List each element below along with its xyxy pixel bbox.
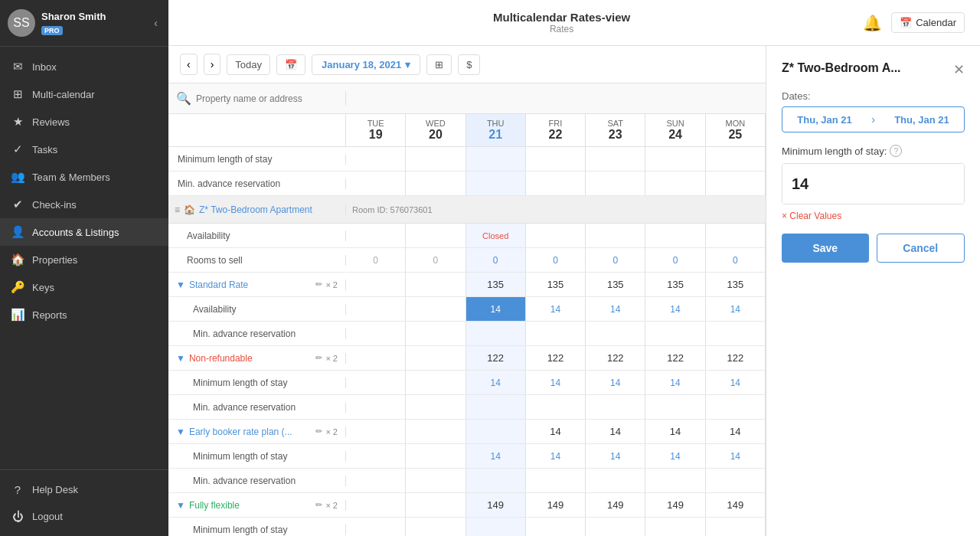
- rate-val[interactable]: 149: [526, 493, 586, 517]
- grid-cell[interactable]: [346, 322, 406, 345]
- prev-button[interactable]: ‹: [180, 54, 198, 75]
- next-button[interactable]: ›: [204, 54, 221, 75]
- grid-cell[interactable]: [406, 469, 466, 492]
- rate-val[interactable]: [406, 420, 466, 443]
- grid-cell[interactable]: [586, 172, 645, 195]
- grid-cell[interactable]: 0: [645, 248, 705, 272]
- grid-cell[interactable]: 14: [466, 444, 526, 468]
- grid-cell[interactable]: [526, 395, 586, 419]
- grid-cell[interactable]: [406, 297, 466, 321]
- dollar-button[interactable]: $: [458, 54, 480, 75]
- grid-cell[interactable]: [346, 172, 406, 195]
- rate-val[interactable]: 135: [706, 273, 766, 296]
- grid-cell[interactable]: 14: [645, 371, 705, 394]
- rate-val[interactable]: 122: [466, 346, 526, 370]
- grid-cell[interactable]: 14: [645, 444, 705, 468]
- grid-cell[interactable]: [645, 518, 705, 536]
- grid-cell[interactable]: 0: [346, 248, 406, 272]
- non-refundable-label[interactable]: Non-refundable: [189, 353, 253, 364]
- rate-val[interactable]: 149: [466, 493, 526, 517]
- grid-cell[interactable]: [706, 224, 766, 247]
- grid-cell[interactable]: [466, 469, 526, 492]
- rate-val[interactable]: [346, 346, 406, 370]
- edit-icon[interactable]: ✏: [315, 427, 322, 436]
- grid-cell[interactable]: 14: [645, 297, 705, 321]
- grid-cell[interactable]: [466, 518, 526, 536]
- sidebar-item-help-desk[interactable]: ? Help Desk: [0, 476, 168, 503]
- rate-val[interactable]: [406, 346, 466, 370]
- rate-val[interactable]: 122: [586, 346, 645, 370]
- grid-cell[interactable]: [645, 172, 705, 195]
- grid-cell[interactable]: [346, 469, 406, 492]
- rate-val[interactable]: [406, 273, 466, 296]
- grid-cell-selected[interactable]: 14: [466, 297, 526, 321]
- search-input[interactable]: [196, 93, 338, 104]
- sidebar-item-reviews[interactable]: ★ Reviews: [0, 108, 168, 136]
- grid-cell[interactable]: [526, 172, 586, 195]
- grid-cell[interactable]: [645, 322, 705, 345]
- grid-cell[interactable]: [526, 147, 586, 171]
- help-icon[interactable]: ?: [890, 145, 902, 157]
- rate-val[interactable]: 135: [466, 273, 526, 296]
- sidebar-item-accounts-listings[interactable]: 👤 Accounts & Listings: [0, 218, 168, 246]
- collapse-icon[interactable]: ▼: [176, 279, 185, 290]
- save-button[interactable]: Save: [782, 234, 869, 263]
- grid-cell[interactable]: 14: [586, 444, 645, 468]
- grid-cell[interactable]: [406, 371, 466, 394]
- date-from[interactable]: Thu, Jan 21: [782, 108, 867, 132]
- collapse-icon[interactable]: ▼: [176, 427, 185, 437]
- rate-val[interactable]: 135: [645, 273, 705, 296]
- grid-cell[interactable]: 14: [586, 297, 645, 321]
- grid-cell[interactable]: [586, 322, 645, 345]
- grid-cell[interactable]: [466, 395, 526, 419]
- grid-cell[interactable]: [346, 444, 406, 468]
- sidebar-item-properties[interactable]: 🏠 Properties: [0, 246, 168, 273]
- grid-cell[interactable]: [466, 147, 526, 171]
- grid-cell[interactable]: [645, 469, 705, 492]
- rate-val[interactable]: [346, 420, 406, 443]
- sidebar-item-multicalendar[interactable]: ⊞ Multi-calendar: [0, 80, 168, 108]
- grid-cell[interactable]: [586, 395, 645, 419]
- grid-cell[interactable]: 14: [526, 444, 586, 468]
- calendar-icon-button[interactable]: 📅: [276, 54, 305, 75]
- grid-cell[interactable]: 0: [406, 248, 466, 272]
- grid-cell[interactable]: [346, 297, 406, 321]
- grid-cell[interactable]: [706, 469, 766, 492]
- rate-val[interactable]: 14: [706, 420, 766, 443]
- grid-cell[interactable]: 0: [586, 248, 645, 272]
- cancel-button[interactable]: Cancel: [877, 234, 965, 263]
- nights-input[interactable]: [782, 164, 965, 204]
- grid-cell[interactable]: [406, 322, 466, 345]
- grid-icon-button[interactable]: ⊞: [426, 54, 452, 75]
- grid-cell[interactable]: [645, 147, 705, 171]
- sidebar-item-reports[interactable]: 📊 Reports: [0, 301, 168, 328]
- grid-cell[interactable]: 14: [706, 297, 766, 321]
- rate-val[interactable]: 14: [645, 420, 705, 443]
- grid-cell[interactable]: 14: [586, 371, 645, 394]
- sidebar-item-inbox[interactable]: ✉ Inbox: [0, 53, 168, 80]
- grid-cell[interactable]: 14: [706, 444, 766, 468]
- rate-val[interactable]: [466, 420, 526, 443]
- collapse-icon[interactable]: ▼: [176, 500, 185, 511]
- rate-val[interactable]: 122: [645, 346, 705, 370]
- rate-val[interactable]: 135: [586, 273, 645, 296]
- grid-cell[interactable]: [586, 147, 645, 171]
- grid-cell[interactable]: [706, 518, 766, 536]
- early-booker-label[interactable]: Early booker rate plan (...: [189, 427, 292, 437]
- grid-cell[interactable]: [586, 469, 645, 492]
- rate-val[interactable]: 122: [706, 346, 766, 370]
- grid-cell[interactable]: 14: [466, 371, 526, 394]
- grid-cell[interactable]: 0: [706, 248, 766, 272]
- grid-cell-closed[interactable]: Closed: [466, 224, 526, 247]
- grid-cell[interactable]: [706, 147, 766, 171]
- grid-cell[interactable]: [645, 395, 705, 419]
- rate-val[interactable]: [346, 273, 406, 296]
- grid-cell[interactable]: [406, 518, 466, 536]
- grid-cell[interactable]: [406, 172, 466, 195]
- grid-cell[interactable]: [586, 518, 645, 536]
- close-button[interactable]: ✕: [953, 61, 965, 78]
- grid-cell[interactable]: [406, 147, 466, 171]
- grid-cell[interactable]: [706, 172, 766, 195]
- grid-cell[interactable]: [526, 224, 586, 247]
- grid-cell[interactable]: [406, 444, 466, 468]
